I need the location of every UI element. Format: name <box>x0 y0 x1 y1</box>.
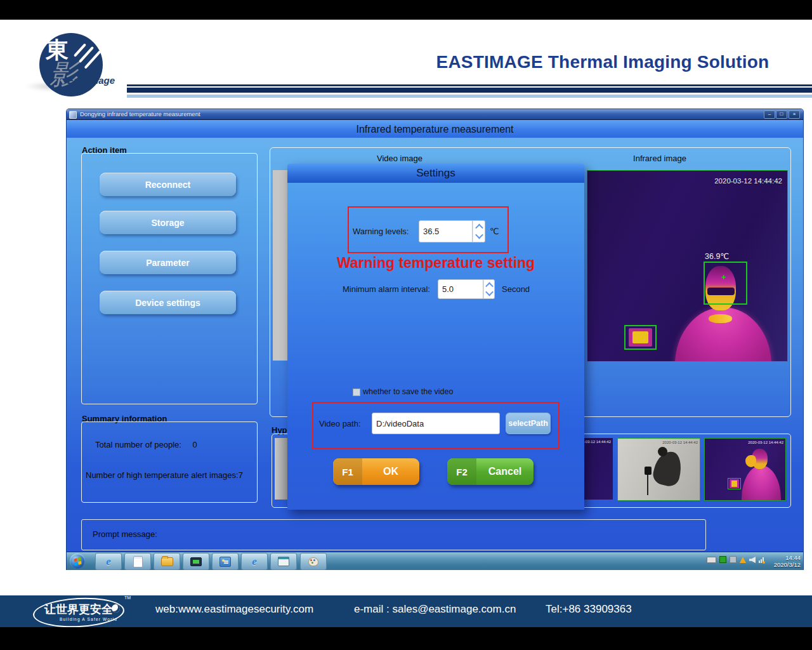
thermal-person-neck <box>709 314 732 323</box>
alert-images-value: 7 <box>239 470 243 480</box>
taskbar-ie-button-2[interactable]: e <box>241 553 268 570</box>
thermal-thumb-hand <box>745 455 756 467</box>
alarm-thumb-photo[interactable]: 2020-03-12 14:44:42 <box>617 438 700 501</box>
speaker-icon[interactable] <box>749 557 756 563</box>
footer-tel: Tel:+86 33909363 <box>546 603 632 616</box>
interval-unit: Second <box>502 284 530 294</box>
prompt-message-box: Prompt message: <box>81 519 706 550</box>
footer-web: web:www.eastimagesecurity.com <box>155 603 313 616</box>
keyboard-icon[interactable] <box>707 557 716 563</box>
usb-icon[interactable] <box>730 556 737 563</box>
taskbar-display-button[interactable] <box>183 553 209 570</box>
bottom-black-bar <box>0 627 812 650</box>
window-titlebar: Dongying infrared temperature measuremen… <box>67 109 803 119</box>
save-video-checkbox[interactable] <box>353 388 360 396</box>
taskbar-clock[interactable]: 14:44 2020/3/12 <box>774 554 801 568</box>
warning-levels-unit: ℃ <box>490 227 499 236</box>
cancel-hotkey: F2 <box>447 458 476 485</box>
interval-spinner[interactable] <box>483 279 495 299</box>
window-banner: Infrared temperature measurement <box>67 119 803 138</box>
tray-app-icon[interactable] <box>719 556 726 563</box>
warning-levels-input[interactable] <box>419 220 473 242</box>
notepad-icon <box>133 556 143 567</box>
control-panel-icon <box>219 557 231 567</box>
interval-label: Minimum alarm interval: <box>343 284 430 294</box>
photo-tripod <box>647 475 648 495</box>
divider-line <box>127 88 812 93</box>
settings-dialog: Settings Warning levels: ℃ Warning tempe… <box>287 164 584 510</box>
video-path-input[interactable] <box>372 413 500 434</box>
alarm-thumb-partial-left[interactable] <box>275 438 287 500</box>
save-video-label: whether to save the video <box>363 387 453 396</box>
prompt-message-label: Prompt message: <box>93 529 157 539</box>
footer-trademark: TM <box>124 595 131 600</box>
device-settings-button[interactable]: Device settings <box>100 291 236 314</box>
internet-explorer-icon: e <box>106 555 111 568</box>
window-title: Dongying infrared temperature measuremen… <box>80 110 200 117</box>
total-people-row: Total number of people: 0 <box>95 440 197 449</box>
clock-date: 2020/3/12 <box>774 561 801 568</box>
interval-input[interactable] <box>438 279 483 299</box>
thermal-thumb-blackbody-box <box>728 478 741 489</box>
storage-button[interactable]: Storage <box>100 211 236 234</box>
photo-camera <box>645 467 652 475</box>
infrared-image: 2020-03-12 14:44:42 + 36.9℃ <box>587 170 788 362</box>
video-image-label: Video image <box>339 154 460 163</box>
registered-mark: ® <box>76 35 81 42</box>
warning-levels-label: Warning levels: <box>353 227 409 236</box>
ok-hotkey: F1 <box>333 458 362 485</box>
footer-slogan: 让世界更安全 <box>44 602 113 617</box>
taskbar-control-panel-button[interactable] <box>212 553 239 570</box>
divider-line <box>127 95 812 98</box>
warning-icon[interactable] <box>740 557 746 563</box>
video-path-label: Video path: <box>319 419 361 428</box>
system-tray <box>707 556 764 563</box>
thumb-timestamp: 2020-03-12 14:44:42 <box>662 441 698 444</box>
divider-line <box>127 84 812 86</box>
taskbar-ie-button[interactable]: e <box>95 553 122 570</box>
minimize-button[interactable]: – <box>764 110 775 119</box>
network-icon[interactable] <box>759 557 764 563</box>
alert-images-row: Number of high temperature alert images:… <box>86 470 243 480</box>
alert-images-label: Number of high temperature alert images: <box>86 470 239 480</box>
start-button[interactable] <box>70 554 85 569</box>
page: 東 影 ® EastImage EASTIMAGE Thermal Imagin… <box>0 0 812 650</box>
paint-icon <box>308 557 318 566</box>
photo-person-head <box>658 447 667 456</box>
taskbar-notepad-button[interactable] <box>124 553 151 570</box>
clock-time: 14:44 <box>774 554 801 561</box>
alarm-thumb-thermal-partial[interactable]: 2020-03-12 14:44:42 <box>584 438 613 500</box>
close-button[interactable]: × <box>789 110 800 119</box>
app-window-icon <box>278 557 289 566</box>
thumb-timestamp: 2020-03-12 14:44:42 <box>748 441 783 444</box>
footer-globe-icon <box>112 604 120 613</box>
warning-levels-spinner[interactable] <box>473 220 485 242</box>
ok-button[interactable]: F1 OK <box>333 458 419 485</box>
taskbar-app-window-button[interactable] <box>270 553 297 570</box>
maximize-button[interactable]: □ <box>776 110 787 119</box>
blackbody-core <box>632 331 648 343</box>
taskbar-folder-button[interactable] <box>154 553 180 570</box>
parameter-button[interactable]: Parameter <box>100 251 236 274</box>
app-icon <box>69 111 77 119</box>
internet-explorer-icon: e <box>252 555 257 568</box>
footer-tagline: Building A Safer World <box>60 617 117 621</box>
blackbody-detection-box <box>624 325 657 350</box>
reconnect-button[interactable]: Reconnect <box>100 173 236 196</box>
select-path-button[interactable]: selectPath <box>506 413 551 434</box>
taskbar-paint-button[interactable] <box>300 553 327 570</box>
thumb-timestamp: 2020-03-12 14:44:42 <box>584 440 611 444</box>
brand-name: EastImage <box>67 75 115 86</box>
spin-down-icon[interactable] <box>475 231 483 239</box>
cancel-label: Cancel <box>476 458 534 485</box>
alarm-thumb-thermal[interactable]: 2020-03-12 14:44:42 <box>704 438 786 501</box>
face-temperature: 36.9℃ <box>705 251 729 261</box>
taskbar: e e 14:44 2020/3/12 <box>67 552 803 570</box>
top-black-bar <box>0 0 812 20</box>
spin-down-icon[interactable] <box>485 288 494 296</box>
blackbody-outer <box>629 328 652 347</box>
warning-temperature-heading: Warning temperature setting <box>287 255 584 272</box>
summary-panel-box <box>81 421 258 503</box>
cancel-button[interactable]: F2 Cancel <box>447 458 534 485</box>
photo-person <box>651 449 685 489</box>
